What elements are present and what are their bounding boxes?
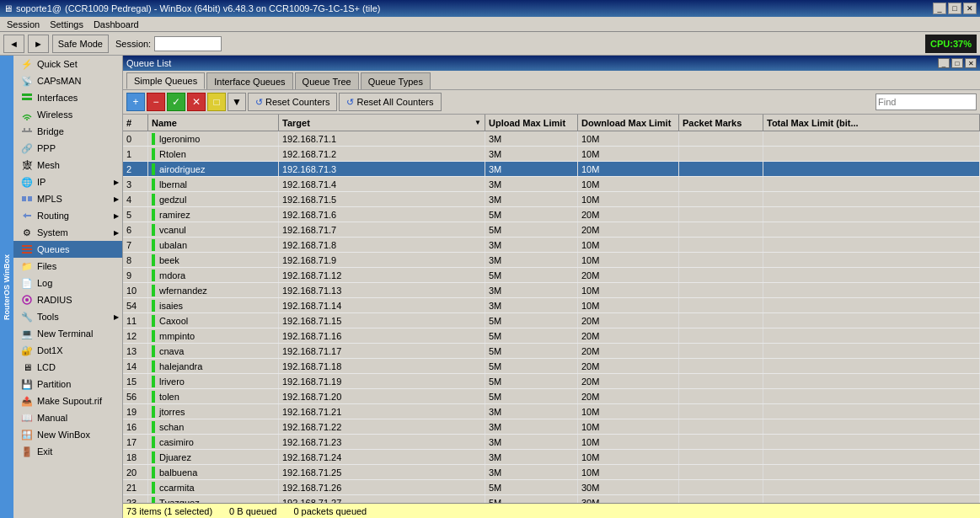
- reset-all-counters-button[interactable]: ↺ Reset All Counters: [339, 93, 441, 111]
- col-header-name[interactable]: Name: [148, 115, 279, 131]
- table-row[interactable]: 13 cnava 192.168.71.17 5M 20M: [123, 344, 980, 359]
- queue-minimize-button[interactable]: _: [938, 58, 950, 68]
- menu-dashboard[interactable]: Dashboard: [88, 19, 144, 30]
- sidebar-item-log[interactable]: 📄 Log: [13, 275, 122, 291]
- td-target: 192.168.71.5: [279, 192, 485, 206]
- svg-rect-10: [22, 252, 32, 254]
- queue-status-bar: [152, 467, 155, 478]
- table-row[interactable]: 19 jtorres 192.168.71.21 3M 10M: [123, 404, 980, 419]
- table-row[interactable]: 8 beek 192.168.71.9 3M 10M: [123, 253, 980, 268]
- close-button[interactable]: ✕: [963, 3, 977, 14]
- queue-status-bar: [152, 391, 155, 403]
- sidebar-item-radius[interactable]: RADIUS: [13, 291, 122, 308]
- sidebar-item-exit[interactable]: 🚪 Exit: [13, 443, 122, 460]
- sidebar-item-mesh[interactable]: 🕸 Mesh: [13, 157, 122, 174]
- queue-close-button[interactable]: ✕: [965, 58, 977, 68]
- system-arrow: ▶: [114, 229, 119, 237]
- tab-queue-tree[interactable]: Queue Tree: [295, 72, 359, 89]
- table-row[interactable]: 7 ubalan 192.168.71.8 3M 10M: [123, 238, 980, 253]
- queue-maximize-button[interactable]: □: [951, 58, 963, 68]
- filter-button[interactable]: ▼: [228, 93, 246, 111]
- sidebar-item-mpls[interactable]: MPLS ▶: [13, 190, 122, 207]
- col-header-download[interactable]: Download Max Limit: [578, 115, 679, 131]
- disable-button[interactable]: ✕: [187, 93, 206, 111]
- table-row[interactable]: 5 ramirez 192.168.71.6 5M 20M: [123, 207, 980, 222]
- table-row[interactable]: 17 casimiro 192.168.71.23 3M 10M: [123, 435, 980, 450]
- ip-arrow: ▶: [114, 179, 119, 186]
- sidebar-item-new-terminal[interactable]: 💻 New Terminal: [13, 325, 122, 342]
- menu-session[interactable]: Session: [2, 19, 45, 30]
- remove-button[interactable]: −: [147, 93, 165, 111]
- sidebar-item-routing[interactable]: Routing ▶: [13, 207, 122, 224]
- menu-settings[interactable]: Settings: [45, 19, 88, 30]
- sidebar-item-new-winbox[interactable]: 🪟 New WinBox: [13, 426, 122, 443]
- sidebar-item-tools[interactable]: 🔧 Tools ▶: [13, 308, 122, 325]
- svg-point-12: [25, 298, 29, 302]
- maximize-button[interactable]: □: [948, 3, 961, 14]
- sidebar-item-system[interactable]: ⚙ System ▶: [13, 224, 122, 241]
- minimize-button[interactable]: _: [933, 3, 946, 14]
- tab-interface-queues[interactable]: Interface Queues: [206, 72, 292, 89]
- td-num: 20: [123, 465, 148, 479]
- sidebar-item-lcd[interactable]: 🖥 LCD: [13, 359, 122, 376]
- table-row[interactable]: 4 gedzul 192.168.71.5 3M 10M: [123, 192, 980, 207]
- add-button[interactable]: +: [126, 93, 145, 111]
- table-row[interactable]: 1 Rtolen 192.168.71.2 3M 10M: [123, 147, 980, 162]
- forward-button[interactable]: ►: [28, 35, 49, 53]
- table-row[interactable]: 2 airodriguez 192.168.71.3 3M 10M: [123, 162, 980, 177]
- table-row[interactable]: 0 lgeronimo 192.168.71.1 3M 10M: [123, 131, 980, 147]
- td-download: 10M: [578, 177, 679, 191]
- sidebar-item-dot1x[interactable]: 🔐 Dot1X: [13, 342, 122, 359]
- col-header-upload[interactable]: Upload Max Limit: [485, 115, 578, 131]
- sidebar-item-files[interactable]: 📁 Files: [13, 258, 122, 275]
- td-total: [763, 435, 980, 449]
- table-row[interactable]: 23 Tvazquez 192.168.71.27 5M 30M: [123, 495, 980, 503]
- table-row[interactable]: 16 schan 192.168.71.22 3M 10M: [123, 419, 980, 435]
- table-row[interactable]: 56 tolen 192.168.71.20 5M 20M: [123, 389, 980, 404]
- svg-point-2: [26, 119, 28, 120]
- td-name: vcanul: [148, 222, 279, 237]
- safe-mode-button[interactable]: Safe Mode: [52, 35, 109, 53]
- table-row[interactable]: 18 Djuarez 192.168.71.24 3M 10M: [123, 450, 980, 465]
- td-total: [763, 389, 980, 403]
- sidebar-item-capsman[interactable]: 📡 CAPsMAN: [13, 72, 122, 89]
- col-header-packet[interactable]: Packet Marks: [679, 115, 763, 131]
- sidebar-label-partition: Partition: [37, 379, 71, 389]
- table-row[interactable]: 15 lrivero 192.168.71.19 5M 20M: [123, 374, 980, 389]
- sidebar-item-manual[interactable]: 📖 Manual: [13, 409, 122, 426]
- table-row[interactable]: 54 isaies 192.168.71.14 3M 10M: [123, 298, 980, 313]
- table-row[interactable]: 11 Caxool 192.168.71.15 5M 20M: [123, 313, 980, 328]
- sidebar-item-make-supout[interactable]: 📤 Make Supout.rif: [13, 393, 122, 409]
- tab-queue-types[interactable]: Queue Types: [361, 72, 431, 89]
- sidebar-item-ppp[interactable]: 🔗 PPP: [13, 140, 122, 157]
- col-header-num[interactable]: #: [123, 115, 148, 131]
- sidebar-item-queues[interactable]: Queues: [13, 241, 122, 258]
- sidebar-item-ip[interactable]: 🌐 IP ▶: [13, 174, 122, 190]
- reset-counters-button[interactable]: ↺ Reset Counters: [248, 93, 337, 111]
- sidebar-item-partition[interactable]: 💾 Partition: [13, 376, 122, 393]
- col-header-total[interactable]: Total Max Limit (bit...: [763, 115, 980, 131]
- copy-button[interactable]: □: [207, 93, 226, 111]
- find-input[interactable]: [876, 93, 977, 110]
- table-row[interactable]: 9 mdora 192.168.71.12 5M 20M: [123, 268, 980, 283]
- table-row[interactable]: 14 halejandra 192.168.71.18 5M 20M: [123, 359, 980, 374]
- sidebar-item-quick-set[interactable]: ⚡ Quick Set: [13, 56, 122, 72]
- sidebar-item-wireless[interactable]: Wireless: [13, 106, 122, 123]
- bridge-icon: [20, 125, 34, 138]
- table-body[interactable]: 0 lgeronimo 192.168.71.1 3M 10M 1 Rtolen…: [123, 131, 980, 503]
- table-row[interactable]: 21 ccarmita 192.168.71.26 5M 30M: [123, 480, 980, 495]
- sidebar-item-bridge[interactable]: Bridge: [13, 123, 122, 140]
- back-button[interactable]: ◄: [3, 35, 24, 53]
- tab-simple-queues[interactable]: Simple Queues: [126, 72, 205, 89]
- table-row[interactable]: 10 wfernandez 192.168.71.13 3M 10M: [123, 283, 980, 298]
- sidebar-item-interfaces[interactable]: Interfaces: [13, 89, 122, 106]
- sidebar-label-mpls: MPLS: [37, 194, 62, 204]
- table-row[interactable]: 12 mmpinto 192.168.71.16 5M 20M: [123, 328, 980, 344]
- enable-button[interactable]: ✓: [167, 93, 185, 111]
- sidebar-label-files: Files: [37, 261, 56, 271]
- table-row[interactable]: 3 lbernal 192.168.71.4 3M 10M: [123, 177, 980, 192]
- session-input[interactable]: [154, 36, 222, 51]
- col-header-target[interactable]: Target ▼: [279, 115, 485, 131]
- table-row[interactable]: 20 balbuena 192.168.71.25 3M 10M: [123, 465, 980, 480]
- table-row[interactable]: 6 vcanul 192.168.71.7 5M 20M: [123, 222, 980, 238]
